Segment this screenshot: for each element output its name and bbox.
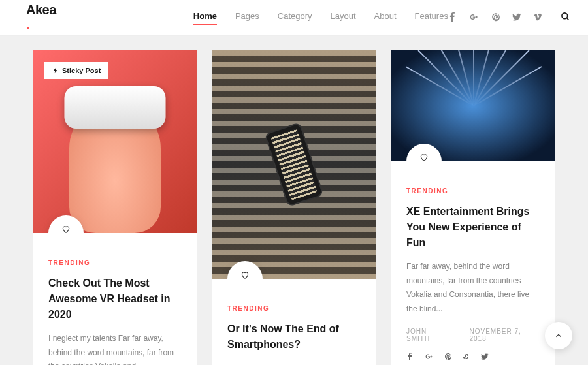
twitter-icon[interactable] bbox=[481, 353, 489, 362]
heart-icon bbox=[240, 270, 250, 279]
post-card: 321 TRENDING Or It's Now The End of Smar… bbox=[212, 50, 376, 365]
bolt-icon bbox=[52, 67, 59, 74]
post-title[interactable]: XE Entertainment Brings You New Experien… bbox=[406, 204, 540, 251]
post-card: Sticky Post 261 TRENDING Check Out The M… bbox=[33, 50, 197, 365]
post-title[interactable]: Check Out The Most Awesome VR Headset in… bbox=[48, 276, 182, 323]
post-column: 171 TRENDING XE Entertainment Brings You… bbox=[391, 50, 555, 365]
nav-layout[interactable]: Layout bbox=[331, 11, 356, 25]
svg-line-1 bbox=[566, 18, 568, 20]
post-card: 171 TRENDING XE Entertainment Brings You… bbox=[391, 50, 555, 365]
post-excerpt: Far far away, behind the word mountains,… bbox=[406, 260, 540, 316]
post-category[interactable]: TRENDING bbox=[406, 187, 540, 195]
nav-home[interactable]: Home bbox=[193, 11, 217, 25]
search-icon[interactable] bbox=[561, 12, 570, 24]
post-excerpt: I neglect my talents Far far away, bbox=[227, 362, 361, 365]
post-date: NOVEMBER 7, 2018 bbox=[469, 328, 540, 342]
nav-features[interactable]: Features bbox=[415, 11, 448, 25]
nav-about[interactable]: About bbox=[374, 11, 397, 25]
post-grid: Sticky Post 261 TRENDING Check Out The M… bbox=[0, 36, 588, 365]
chevron-up-icon bbox=[554, 331, 563, 340]
meta-separator: – bbox=[459, 332, 463, 339]
nav-pages[interactable]: Pages bbox=[235, 11, 259, 25]
post-body: TRENDING Check Out The Most Awesome VR H… bbox=[33, 233, 197, 365]
site-header: Akea . Home Pages Category Layout About … bbox=[0, 0, 588, 36]
facebook-icon[interactable] bbox=[406, 353, 414, 362]
social-links bbox=[448, 12, 570, 24]
svg-point-0 bbox=[562, 12, 568, 18]
logo-text: Akea bbox=[26, 3, 56, 17]
logo-dot: . bbox=[26, 18, 29, 32]
sticky-label: Sticky Post bbox=[62, 67, 101, 74]
post-image[interactable]: 171 bbox=[391, 50, 555, 161]
post-category[interactable]: TRENDING bbox=[48, 259, 182, 266]
google-plus-icon[interactable] bbox=[469, 12, 480, 24]
heart-icon bbox=[419, 153, 429, 162]
post-category[interactable]: TRENDING bbox=[227, 305, 361, 312]
post-excerpt: I neglect my talents Far far away, behin… bbox=[48, 332, 182, 365]
post-body: TRENDING Or It's Now The End of Smartpho… bbox=[212, 279, 376, 365]
nav-category[interactable]: Category bbox=[278, 11, 312, 25]
post-title[interactable]: Or It's Now The End of Smartphones? bbox=[227, 321, 361, 353]
share-row bbox=[406, 353, 540, 362]
post-meta: JOHN SMITH – NOVEMBER 7, 2018 bbox=[406, 328, 540, 342]
post-image[interactable]: 321 bbox=[212, 50, 376, 279]
google-plus-icon[interactable] bbox=[425, 353, 434, 362]
main-nav: Home Pages Category Layout About Feature… bbox=[193, 11, 448, 25]
pinterest-icon[interactable] bbox=[444, 353, 452, 362]
vimeo-icon[interactable] bbox=[533, 12, 542, 24]
scroll-top-button[interactable] bbox=[545, 322, 572, 349]
stumbleupon-icon[interactable] bbox=[463, 353, 470, 362]
sticky-badge: Sticky Post bbox=[44, 62, 108, 79]
twitter-icon[interactable] bbox=[512, 12, 521, 24]
post-author[interactable]: JOHN SMITH bbox=[406, 328, 452, 342]
pinterest-icon[interactable] bbox=[491, 12, 500, 24]
logo[interactable]: Akea . bbox=[26, 3, 56, 33]
facebook-icon[interactable] bbox=[448, 12, 457, 24]
post-body: TRENDING XE Entertainment Brings You New… bbox=[391, 161, 555, 365]
post-image[interactable]: Sticky Post 261 bbox=[33, 50, 197, 233]
heart-icon bbox=[61, 225, 71, 234]
